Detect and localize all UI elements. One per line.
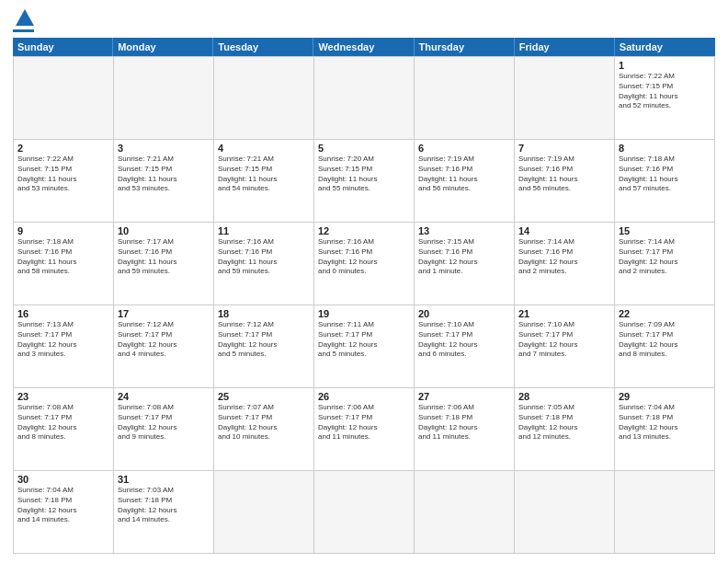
day-number: 28 bbox=[518, 391, 610, 402]
calendar-cell bbox=[314, 57, 415, 140]
day-info: Sunrise: 7:18 AM Sunset: 7:16 PM Dayligh… bbox=[619, 155, 711, 194]
day-info: Sunrise: 7:08 AM Sunset: 7:17 PM Dayligh… bbox=[17, 403, 109, 442]
day-info: Sunrise: 7:17 AM Sunset: 7:16 PM Dayligh… bbox=[118, 237, 210, 277]
calendar-row: 30Sunrise: 7:04 AM Sunset: 7:18 PM Dayli… bbox=[14, 471, 715, 554]
calendar: SundayMondayTuesdayWednesdayThursdayFrid… bbox=[13, 38, 715, 554]
calendar-row: 2Sunrise: 7:22 AM Sunset: 7:15 PM Daylig… bbox=[14, 140, 715, 223]
calendar-cell bbox=[214, 471, 314, 554]
logo-triangle-icon bbox=[16, 9, 34, 26]
calendar-cell: 3Sunrise: 7:21 AM Sunset: 7:15 PM Daylig… bbox=[114, 140, 214, 223]
day-number: 31 bbox=[118, 474, 210, 485]
day-number: 8 bbox=[619, 143, 711, 154]
day-number: 4 bbox=[218, 143, 310, 154]
weekday-header: Tuesday bbox=[213, 38, 313, 56]
day-number: 20 bbox=[418, 308, 510, 319]
calendar-cell bbox=[415, 471, 515, 554]
day-number: 25 bbox=[218, 391, 310, 402]
day-info: Sunrise: 7:15 AM Sunset: 7:16 PM Dayligh… bbox=[418, 237, 510, 277]
day-info: Sunrise: 7:10 AM Sunset: 7:17 PM Dayligh… bbox=[418, 320, 510, 360]
calendar-cell: 21Sunrise: 7:10 AM Sunset: 7:17 PM Dayli… bbox=[515, 305, 615, 388]
day-number: 21 bbox=[518, 308, 610, 319]
day-info: Sunrise: 7:20 AM Sunset: 7:15 PM Dayligh… bbox=[318, 155, 410, 194]
day-number: 5 bbox=[318, 143, 410, 154]
day-number: 6 bbox=[418, 143, 510, 154]
day-info: Sunrise: 7:12 AM Sunset: 7:17 PM Dayligh… bbox=[218, 320, 310, 360]
day-number: 12 bbox=[318, 225, 410, 236]
day-number: 26 bbox=[318, 391, 410, 402]
day-info: Sunrise: 7:13 AM Sunset: 7:17 PM Dayligh… bbox=[17, 320, 109, 360]
calendar-cell: 25Sunrise: 7:07 AM Sunset: 7:17 PM Dayli… bbox=[214, 388, 314, 471]
day-number: 27 bbox=[418, 391, 510, 402]
day-number: 15 bbox=[619, 225, 711, 236]
day-info: Sunrise: 7:11 AM Sunset: 7:17 PM Dayligh… bbox=[318, 320, 410, 360]
calendar-cell: 7Sunrise: 7:19 AM Sunset: 7:16 PM Daylig… bbox=[515, 140, 615, 223]
calendar-cell bbox=[615, 471, 715, 554]
day-info: Sunrise: 7:18 AM Sunset: 7:16 PM Dayligh… bbox=[17, 237, 109, 277]
calendar-cell bbox=[314, 471, 415, 554]
day-info: Sunrise: 7:04 AM Sunset: 7:18 PM Dayligh… bbox=[17, 486, 109, 525]
day-info: Sunrise: 7:06 AM Sunset: 7:18 PM Dayligh… bbox=[418, 403, 510, 442]
weekday-header: Monday bbox=[113, 38, 213, 56]
calendar-cell: 2Sunrise: 7:22 AM Sunset: 7:15 PM Daylig… bbox=[14, 140, 114, 223]
calendar-cell: 1Sunrise: 7:22 AM Sunset: 7:15 PM Daylig… bbox=[615, 57, 715, 140]
calendar-cell: 17Sunrise: 7:12 AM Sunset: 7:17 PM Dayli… bbox=[114, 305, 214, 388]
calendar-cell: 30Sunrise: 7:04 AM Sunset: 7:18 PM Dayli… bbox=[14, 471, 114, 554]
calendar-cell bbox=[515, 57, 615, 140]
calendar-cell: 10Sunrise: 7:17 AM Sunset: 7:16 PM Dayli… bbox=[114, 223, 214, 305]
calendar-cell bbox=[415, 57, 515, 140]
day-number: 7 bbox=[518, 143, 610, 154]
calendar-cell: 29Sunrise: 7:04 AM Sunset: 7:18 PM Dayli… bbox=[615, 388, 715, 471]
day-info: Sunrise: 7:21 AM Sunset: 7:15 PM Dayligh… bbox=[118, 155, 210, 194]
calendar-cell bbox=[515, 471, 615, 554]
calendar-cell: 4Sunrise: 7:21 AM Sunset: 7:15 PM Daylig… bbox=[214, 140, 314, 223]
weekday-header: Thursday bbox=[415, 38, 515, 56]
day-number: 16 bbox=[17, 308, 109, 319]
calendar-cell: 31Sunrise: 7:03 AM Sunset: 7:18 PM Dayli… bbox=[114, 471, 214, 554]
day-info: Sunrise: 7:14 AM Sunset: 7:16 PM Dayligh… bbox=[518, 237, 610, 277]
day-number: 29 bbox=[619, 391, 711, 402]
calendar-cell: 6Sunrise: 7:19 AM Sunset: 7:16 PM Daylig… bbox=[415, 140, 515, 223]
page-header bbox=[13, 9, 715, 32]
day-info: Sunrise: 7:16 AM Sunset: 7:16 PM Dayligh… bbox=[318, 237, 410, 277]
weekday-header: Wednesday bbox=[313, 38, 414, 56]
day-info: Sunrise: 7:21 AM Sunset: 7:15 PM Dayligh… bbox=[218, 155, 310, 194]
calendar-cell: 13Sunrise: 7:15 AM Sunset: 7:16 PM Dayli… bbox=[415, 223, 515, 305]
calendar-row: 16Sunrise: 7:13 AM Sunset: 7:17 PM Dayli… bbox=[14, 305, 715, 388]
calendar-cell: 9Sunrise: 7:18 AM Sunset: 7:16 PM Daylig… bbox=[14, 223, 114, 305]
day-number: 19 bbox=[318, 308, 410, 319]
day-info: Sunrise: 7:22 AM Sunset: 7:15 PM Dayligh… bbox=[619, 72, 711, 111]
day-number: 1 bbox=[619, 60, 711, 71]
weekday-header: Sunday bbox=[13, 38, 113, 56]
calendar-cell: 26Sunrise: 7:06 AM Sunset: 7:17 PM Dayli… bbox=[314, 388, 415, 471]
calendar-cell: 18Sunrise: 7:12 AM Sunset: 7:17 PM Dayli… bbox=[214, 305, 314, 388]
day-number: 30 bbox=[17, 474, 109, 485]
calendar-cell: 20Sunrise: 7:10 AM Sunset: 7:17 PM Dayli… bbox=[415, 305, 515, 388]
day-number: 17 bbox=[118, 308, 210, 319]
day-number: 22 bbox=[619, 308, 711, 319]
calendar-cell bbox=[214, 57, 314, 140]
day-info: Sunrise: 7:04 AM Sunset: 7:18 PM Dayligh… bbox=[619, 403, 711, 442]
calendar-cell: 28Sunrise: 7:05 AM Sunset: 7:18 PM Dayli… bbox=[515, 388, 615, 471]
calendar-cell bbox=[114, 57, 214, 140]
calendar-cell: 19Sunrise: 7:11 AM Sunset: 7:17 PM Dayli… bbox=[314, 305, 415, 388]
day-number: 18 bbox=[218, 308, 310, 319]
day-info: Sunrise: 7:09 AM Sunset: 7:17 PM Dayligh… bbox=[619, 320, 711, 360]
day-number: 3 bbox=[118, 143, 210, 154]
calendar-header: SundayMondayTuesdayWednesdayThursdayFrid… bbox=[13, 38, 715, 56]
day-number: 23 bbox=[17, 391, 109, 402]
day-number: 11 bbox=[218, 225, 310, 236]
calendar-cell: 24Sunrise: 7:08 AM Sunset: 7:17 PM Dayli… bbox=[114, 388, 214, 471]
day-number: 13 bbox=[418, 225, 510, 236]
day-info: Sunrise: 7:03 AM Sunset: 7:18 PM Dayligh… bbox=[118, 486, 210, 525]
calendar-cell: 12Sunrise: 7:16 AM Sunset: 7:16 PM Dayli… bbox=[314, 223, 415, 305]
day-number: 9 bbox=[17, 225, 109, 236]
day-number: 2 bbox=[17, 143, 109, 154]
calendar-cell: 8Sunrise: 7:18 AM Sunset: 7:16 PM Daylig… bbox=[615, 140, 715, 223]
calendar-cell: 27Sunrise: 7:06 AM Sunset: 7:18 PM Dayli… bbox=[415, 388, 515, 471]
calendar-cell bbox=[14, 57, 114, 140]
day-number: 10 bbox=[118, 225, 210, 236]
weekday-header: Saturday bbox=[615, 38, 715, 56]
day-info: Sunrise: 7:05 AM Sunset: 7:18 PM Dayligh… bbox=[518, 403, 610, 442]
calendar-body: 1Sunrise: 7:22 AM Sunset: 7:15 PM Daylig… bbox=[13, 56, 715, 554]
calendar-row: 1Sunrise: 7:22 AM Sunset: 7:15 PM Daylig… bbox=[14, 57, 715, 140]
